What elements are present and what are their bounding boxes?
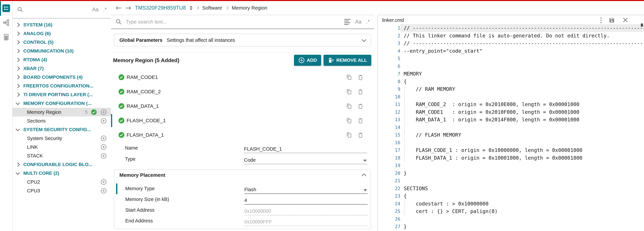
sidebar-item-system[interactable]: SYSTEM (16) xyxy=(12,21,111,29)
add-button[interactable]: ADD xyxy=(294,55,321,66)
chevron-right-icon xyxy=(16,40,20,44)
memory-placement-title: Memory Placement xyxy=(120,172,165,178)
code-line: 28 xyxy=(378,230,644,231)
chevron-down-icon xyxy=(16,171,20,175)
copy-icon[interactable] xyxy=(346,89,352,95)
filter-lines-icon[interactable] xyxy=(344,19,350,25)
sidebar-search-input[interactable] xyxy=(26,7,88,13)
kebab-menu-icon[interactable] xyxy=(600,17,602,23)
code-line: 27} xyxy=(378,223,644,230)
sidebar-item-memory-region[interactable]: Memory Region 5 xyxy=(12,108,111,117)
regex-toggle[interactable]: .* xyxy=(103,7,107,13)
instance-row-selected[interactable]: FLASH_CODE_1 xyxy=(111,113,374,128)
end-address-input[interactable] xyxy=(244,219,368,225)
code-line: 24 codestart : > 0x10000000 xyxy=(378,200,644,208)
copy-icon[interactable] xyxy=(346,74,352,80)
code-line: 7MEMORY xyxy=(378,70,644,78)
collapse-icon[interactable] xyxy=(362,173,366,178)
code-editor[interactable]: 1// ------------------------------------… xyxy=(378,24,644,231)
editor-header: linker.cmd ✕ xyxy=(378,15,644,25)
add-instance-icon[interactable] xyxy=(100,135,107,141)
instance-row[interactable]: RAM_CODE1 xyxy=(111,70,374,84)
copy-icon[interactable] xyxy=(346,118,352,124)
add-instance-icon[interactable] xyxy=(100,118,107,124)
close-icon[interactable]: ✕ xyxy=(622,16,628,24)
code-line: 3// ------------------------------------… xyxy=(378,40,644,47)
breadcrumb: ← → TMS320F29H859TU8 Software Memory Reg… xyxy=(111,1,374,15)
delete-icon[interactable] xyxy=(358,132,364,138)
form-config-icon[interactable] xyxy=(2,4,10,12)
memory-size-input[interactable] xyxy=(244,198,368,203)
copy-icon[interactable] xyxy=(346,132,352,138)
sidebar-item-system-security[interactable]: System Security xyxy=(12,134,111,143)
sidebar-item-freertos[interactable]: FREERTOS CONFIGURATION... xyxy=(12,82,111,90)
match-case-toggle[interactable]: Aa xyxy=(355,19,362,25)
delete-icon[interactable] xyxy=(358,118,364,124)
delete-icon[interactable] xyxy=(358,89,364,95)
copy-icon[interactable] xyxy=(346,103,352,109)
add-instance-icon[interactable] xyxy=(100,188,107,194)
sidebar-item-board-components[interactable]: BOARD COMPONENTS (4) xyxy=(12,73,111,82)
chevron-down-icon[interactable] xyxy=(362,37,366,42)
sidebar-item-sections[interactable]: Sections xyxy=(12,117,111,125)
delete-icon[interactable] xyxy=(358,103,364,109)
sidebar-item-configurable-logic[interactable]: CONFIGURABLE LOGIC BLO... xyxy=(12,160,111,169)
instance-row[interactable]: FLASH_DATA_1 xyxy=(111,128,374,142)
type-select[interactable]: Code xyxy=(244,154,367,164)
forward-arrow-icon[interactable]: → xyxy=(125,4,131,12)
add-instance-icon[interactable] xyxy=(100,153,107,159)
memory-size-label: Memory Size (in kB) xyxy=(125,196,244,202)
start-address-input[interactable] xyxy=(244,208,368,214)
dropdown-arrow-icon xyxy=(364,189,367,191)
sidebar-item-cpu2[interactable]: CPU2 xyxy=(12,178,111,186)
chevron-right-icon xyxy=(16,31,20,36)
sidebar-item-analog[interactable]: ANALOG (6) xyxy=(12,29,111,38)
config-search-input[interactable] xyxy=(126,19,340,25)
sidebar: Aa .* SYSTEM (16) ANALOG (6) CONTROL (5)… xyxy=(12,1,111,231)
scrollbar-thumb[interactable] xyxy=(641,24,643,27)
code-line: 19 xyxy=(378,162,644,169)
regex-toggle[interactable]: .* xyxy=(366,19,370,25)
device-name[interactable]: TMS320F29H859TU8 xyxy=(135,5,186,11)
save-icon[interactable] xyxy=(608,17,615,24)
sidebar-item-xbar[interactable]: XBAR (7) xyxy=(12,64,111,73)
back-arrow-icon[interactable]: ← xyxy=(116,4,122,12)
chevron-right-icon xyxy=(16,66,20,71)
sidebar-item-system-security-config[interactable]: SYSTEM SECURITY CONFIG... xyxy=(12,125,111,134)
sidebar-item-rtdma[interactable]: RTDMA (4) xyxy=(12,55,111,64)
memory-type-row: Memory Type Flash xyxy=(114,183,371,194)
sidebar-item-multi-core[interactable]: MULTI CORE (2) xyxy=(12,169,111,178)
delete-icon[interactable] xyxy=(358,74,364,80)
remove-all-button[interactable]: REMOVE ALL xyxy=(324,55,371,66)
sidebar-item-link[interactable]: LINK xyxy=(12,143,111,151)
add-instance-icon[interactable] xyxy=(100,109,107,115)
code-line: 11 RAM_CODE_2 : origin = 0x2010E000, len… xyxy=(378,101,644,108)
memory-type-select[interactable]: Flash xyxy=(244,183,368,194)
add-instance-icon[interactable] xyxy=(100,144,107,150)
code-line: 1// ------------------------------------… xyxy=(378,24,644,32)
sidebar-item-stack[interactable]: STACK xyxy=(12,151,111,160)
sidebar-item-memory-configuration[interactable]: MEMORY CONFIGURATION (... xyxy=(12,99,111,108)
name-input[interactable] xyxy=(244,146,367,152)
sidebar-item-communication[interactable]: COMMUNICATION (10) xyxy=(12,47,111,55)
graph-view-icon[interactable] xyxy=(2,19,10,27)
code-line: 16 xyxy=(378,139,644,147)
sidebar-search: Aa .* xyxy=(12,1,111,19)
end-address-row: End Address xyxy=(114,215,371,226)
peripherals-icon[interactable] xyxy=(2,33,10,41)
add-instance-icon[interactable] xyxy=(100,179,107,185)
sidebar-item-control[interactable]: CONTROL (5) xyxy=(12,38,111,47)
global-parameters-card[interactable]: Global Parameters Settings that affect a… xyxy=(114,34,371,47)
instance-row[interactable]: RAM_CODE_2 xyxy=(111,84,374,99)
modified-marker xyxy=(116,183,118,194)
code-line: 20} xyxy=(378,169,644,177)
chevron-right-icon xyxy=(16,58,20,62)
breadcrumb-memory-region: Memory Region xyxy=(232,5,267,11)
instance-row[interactable]: RAM_DATA_1 xyxy=(111,99,374,113)
match-case-toggle[interactable]: Aa xyxy=(92,7,98,13)
breadcrumb-separator-icon xyxy=(196,6,199,10)
sidebar-item-ti-dpl[interactable]: TI DRIVER PORTING LAYER (... xyxy=(12,90,111,99)
breadcrumb-software[interactable]: Software xyxy=(202,5,222,11)
switch-device-icon[interactable] xyxy=(190,6,192,10)
sidebar-item-cpu3[interactable]: CPU3 xyxy=(12,186,111,195)
